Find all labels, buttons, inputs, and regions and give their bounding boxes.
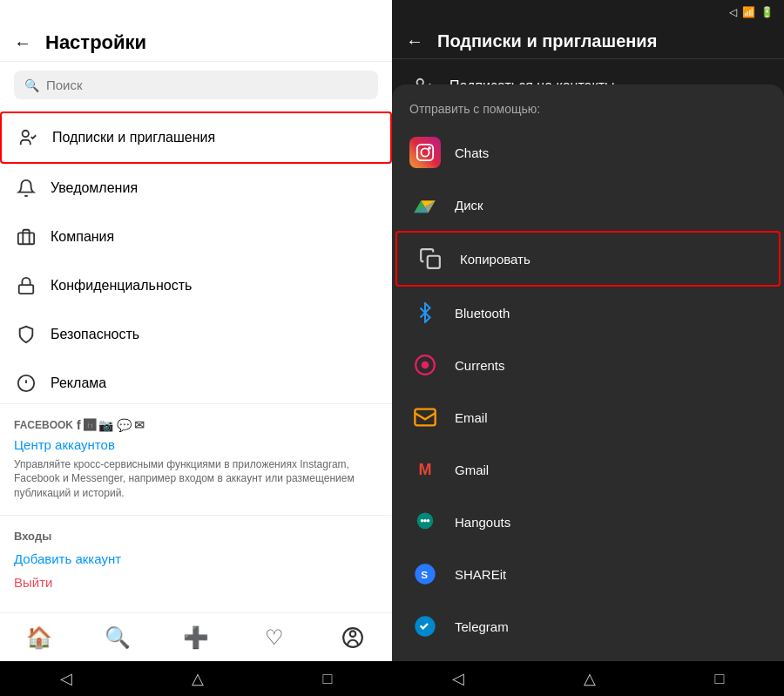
svg-point-33 bbox=[421, 519, 424, 523]
privacy-icon bbox=[14, 274, 38, 298]
settings-title: Настройки bbox=[45, 31, 146, 54]
chats-label: Chats bbox=[455, 145, 489, 160]
settings-item-privacy[interactable]: Конфиденциальность bbox=[0, 261, 392, 310]
share-bluetooth[interactable]: Bluetooth bbox=[392, 287, 784, 339]
facebook-icons: f 🅰 📷 💬 ✉ bbox=[77, 418, 145, 432]
security-icon bbox=[14, 322, 38, 347]
security-label: Безопасность bbox=[51, 327, 139, 342]
notifications-label: Уведомления bbox=[51, 180, 138, 196]
share-email[interactable]: Email bbox=[392, 391, 784, 443]
telegram-label: Telegram bbox=[455, 619, 509, 634]
notifications-icon bbox=[14, 176, 38, 200]
gmail-icon: M bbox=[409, 454, 441, 485]
android-back-left[interactable]: ◁ bbox=[60, 669, 72, 688]
shareit-icon: S bbox=[409, 558, 441, 590]
svg-point-24 bbox=[429, 147, 430, 149]
shareit-label: SHAREit bbox=[455, 567, 506, 582]
share-gmail[interactable]: M Gmail bbox=[392, 443, 784, 496]
hangouts-icon bbox=[409, 506, 441, 537]
subscriptions-screen: ◁ 📶 🔋 ← Подписки и приглашения Подписать… bbox=[392, 0, 784, 696]
wifi-icon: 📶 bbox=[742, 6, 755, 18]
share-currents[interactable]: Currents bbox=[392, 339, 784, 391]
share-copy[interactable]: Копировать bbox=[395, 231, 781, 287]
bluetooth-icon bbox=[409, 297, 441, 328]
instagram-chats-icon bbox=[409, 137, 441, 168]
left-panel: ← Настройки 🔍 Подписки и приглашения bbox=[0, 0, 392, 696]
facebook-section: FACEBOOK f 🅰 📷 💬 ✉ Центр аккаунтов Управ… bbox=[0, 403, 392, 515]
facebook-title: FACEBOOK bbox=[14, 419, 73, 431]
privacy-label: Конфиденциальность bbox=[51, 278, 192, 294]
settings-list: Подписки и приглашения Уведомления Компа… bbox=[0, 108, 392, 403]
nav-search[interactable]: 🔍 bbox=[100, 620, 135, 655]
android-home-left[interactable]: △ bbox=[192, 669, 204, 688]
subscriptions-icon bbox=[16, 125, 40, 150]
android-nav-left: ◁ △ □ bbox=[0, 661, 392, 696]
search-input[interactable] bbox=[46, 78, 368, 92]
right-panel-wrapper: ◁ 📶 🔋 ← Подписки и приглашения Подписать… bbox=[392, 0, 784, 696]
drive-label: Диск bbox=[455, 198, 483, 213]
svg-point-30 bbox=[422, 362, 429, 369]
ads-icon bbox=[14, 371, 38, 395]
svg-point-34 bbox=[423, 519, 427, 523]
share-chats[interactable]: Chats bbox=[392, 126, 784, 179]
hangouts-label: Hangouts bbox=[455, 515, 510, 530]
email-label: Email bbox=[455, 410, 488, 425]
share-dialog: Отправить с помощью: Chats bbox=[392, 84, 784, 661]
share-shareit[interactable]: S SHAREit bbox=[392, 548, 784, 600]
right-header: ← Подписки и приглашения bbox=[392, 24, 784, 59]
settings-item-ads[interactable]: Реклама bbox=[0, 359, 392, 403]
svg-point-23 bbox=[421, 148, 429, 156]
left-status-bar bbox=[0, 0, 392, 24]
svg-point-14 bbox=[350, 631, 356, 637]
facebook-header: FACEBOOK f 🅰 📷 💬 ✉ bbox=[14, 418, 378, 432]
copy-label: Копировать bbox=[460, 252, 531, 267]
nav-profile[interactable] bbox=[335, 620, 370, 655]
subscriptions-title: Подписки и приглашения bbox=[437, 31, 657, 51]
right-status-bar: ◁ 📶 🔋 bbox=[392, 0, 784, 24]
android-recent-right[interactable]: □ bbox=[715, 670, 725, 688]
svg-rect-2 bbox=[19, 285, 34, 294]
svg-text:S: S bbox=[421, 569, 428, 580]
right-back-button[interactable]: ← bbox=[406, 31, 423, 51]
share-telegram[interactable]: Telegram bbox=[392, 600, 784, 652]
svg-rect-22 bbox=[417, 145, 433, 160]
search-bar[interactable]: 🔍 bbox=[14, 71, 378, 99]
subscriptions-content: Подписаться на контакты Пригласить друзе… bbox=[392, 59, 784, 661]
signal-icon: ◁ bbox=[729, 6, 737, 18]
bottom-nav: 🏠 🔍 ➕ ♡ bbox=[0, 612, 392, 661]
company-label: Компания bbox=[51, 229, 114, 245]
share-drive[interactable]: Диск bbox=[392, 179, 784, 231]
android-home-right[interactable]: △ bbox=[584, 669, 596, 688]
settings-screen: ← Настройки 🔍 Подписки и приглашения bbox=[0, 0, 392, 696]
settings-item-company[interactable]: Компания bbox=[0, 213, 392, 261]
add-account-link[interactable]: Добавить аккаунт bbox=[14, 551, 378, 566]
telegram-icon bbox=[409, 611, 441, 642]
entries-title: Входы bbox=[14, 530, 378, 543]
nav-likes[interactable]: ♡ bbox=[257, 620, 292, 655]
android-nav-right: ◁ △ □ bbox=[392, 661, 784, 696]
currents-label: Currents bbox=[455, 358, 505, 373]
copy-icon bbox=[415, 243, 446, 274]
svg-rect-1 bbox=[18, 233, 34, 244]
nav-home[interactable]: 🏠 bbox=[22, 620, 57, 655]
ads-label: Реклама bbox=[51, 375, 106, 391]
bluetooth-label: Bluetooth bbox=[455, 306, 510, 321]
settings-item-notifications[interactable]: Уведомления bbox=[0, 164, 392, 213]
drive-icon bbox=[409, 189, 441, 220]
search-icon: 🔍 bbox=[24, 78, 39, 92]
nav-add[interactable]: ➕ bbox=[179, 620, 213, 655]
android-recent-left[interactable]: □ bbox=[323, 670, 333, 688]
facebook-description: Управляйте кросс-сервисными функциями в … bbox=[14, 457, 378, 501]
gmail-label: Gmail bbox=[455, 463, 489, 477]
svg-rect-28 bbox=[428, 256, 440, 268]
left-header: ← Настройки bbox=[0, 24, 392, 62]
left-back-button[interactable]: ← bbox=[14, 33, 31, 53]
settings-item-subscriptions[interactable]: Подписки и приглашения bbox=[0, 111, 392, 164]
logout-link[interactable]: Выйти bbox=[14, 575, 378, 590]
settings-item-security[interactable]: Безопасность bbox=[0, 310, 392, 359]
share-hangouts[interactable]: Hangouts bbox=[392, 496, 784, 548]
facebook-accounts-link[interactable]: Центр аккаунтов bbox=[14, 437, 378, 452]
company-icon bbox=[14, 225, 38, 249]
android-back-right[interactable]: ◁ bbox=[452, 669, 464, 688]
svg-rect-31 bbox=[415, 409, 435, 426]
